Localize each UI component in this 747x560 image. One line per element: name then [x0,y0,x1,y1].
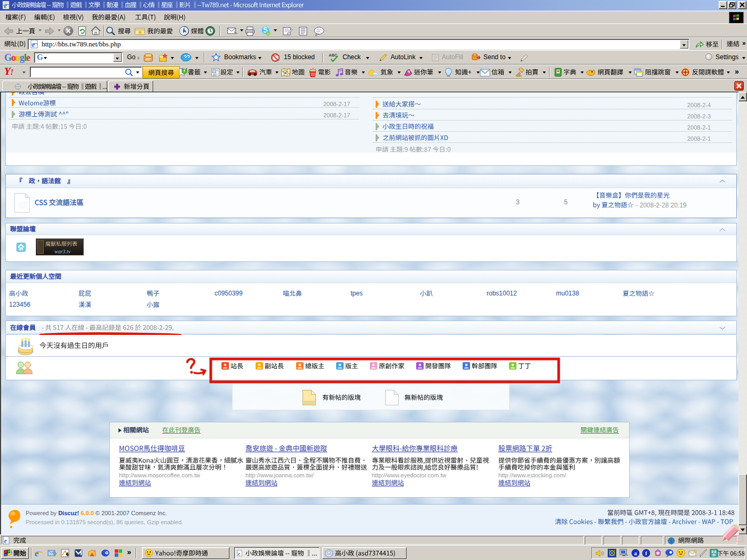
svg-text:e: e [32,41,35,49]
svg-text:e: e [4,537,7,545]
svg-text:e: e [238,550,240,556]
svg-text:a: a [634,550,637,556]
svg-text:e: e [35,549,39,557]
svg-text:13: 13 [267,32,270,35]
svg-text:Y!: Y! [407,71,410,74]
svg-text:e: e [4,2,7,10]
